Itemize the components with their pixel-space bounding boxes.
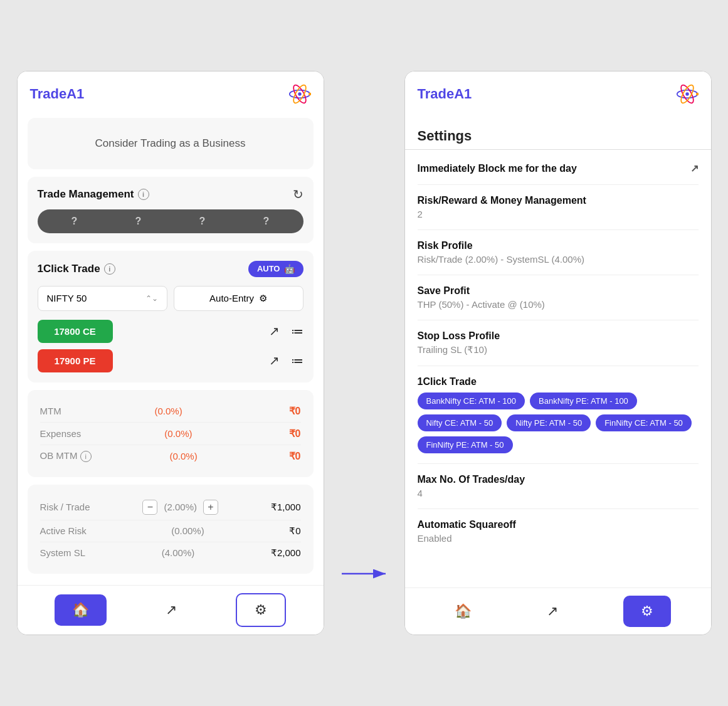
settings-item-7[interactable]: Automatic SquareoffEnabled xyxy=(418,509,699,554)
settings-item-2[interactable]: Risk ProfileRisk/Trade (2.00%) - SystemS… xyxy=(418,230,699,275)
settings-title: Settings xyxy=(405,113,711,150)
trade-management-info-icon[interactable]: i xyxy=(138,189,149,200)
settings-item-value-3: THP (50%) - Activate @ (10%) xyxy=(418,299,699,310)
settings-item-title-0: Immediately Block me for the day↗ xyxy=(418,162,699,174)
ce-button[interactable]: 17800 CE xyxy=(38,320,113,343)
mtm-row-3: OB MTM i (0.0%) ₹0 xyxy=(40,445,301,467)
risk-row-2: Active Risk (0.00%) ₹0 xyxy=(40,520,301,542)
pe-action-icons: ↗ ≔ xyxy=(269,353,303,368)
left-screen: TradeA1 Consider Trading as a Business T… xyxy=(17,71,324,635)
risk-pct-1: (2.00%) xyxy=(164,502,197,512)
mtm-label-1: MTM xyxy=(40,406,61,416)
gear-icon: ⚙ xyxy=(259,293,267,304)
trade-management-card: Trade Management i ↻ ? ? ? ? xyxy=(28,177,314,243)
badge-row-5: BankNifty CE: ATM - 100BankNifty PE: ATM… xyxy=(418,393,699,453)
badge-5-4[interactable]: FinNifty CE: ATM - 50 xyxy=(596,414,692,431)
risk-pct-2: (0.00%) xyxy=(171,525,204,536)
ob-mtm-info-icon[interactable]: i xyxy=(80,451,92,462)
oneclick-header: 1Click Trade i AUTO 🤖 xyxy=(38,261,303,277)
mtm-row-2: Expenses (0.0%) ₹0 xyxy=(40,423,301,445)
badge-5-3[interactable]: Nifty PE: ATM - 50 xyxy=(507,414,591,431)
ce-chart-icon[interactable]: ↗ xyxy=(269,324,280,339)
arrow-connector xyxy=(339,71,389,635)
tab-item-4[interactable]: ? xyxy=(263,216,270,227)
settings-item-title-3: Save Profit xyxy=(418,285,699,297)
trade-management-header: Trade Management i ↻ xyxy=(38,187,303,202)
select-row: NIFTY 50 ⌃⌄ Auto-Entry ⚙ xyxy=(38,286,303,311)
risk-val-1: ₹1,000 xyxy=(271,502,301,513)
settings-item-4[interactable]: Stop Loss ProfileTrailing SL (₹10) xyxy=(418,320,699,366)
badge-5-2[interactable]: Nifty CE: ATM - 50 xyxy=(418,414,502,431)
chevron-icon: ⌃⌄ xyxy=(145,294,158,303)
settings-item-1[interactable]: Risk/Reward & Money Management2 xyxy=(418,185,699,230)
ce-filter-icon[interactable]: ≔ xyxy=(291,324,303,339)
right-home-button[interactable]: 🏠 xyxy=(445,596,482,627)
pe-chart-icon[interactable]: ↗ xyxy=(269,353,280,368)
trade-management-title: Trade Management i xyxy=(38,188,149,201)
symbol-select[interactable]: NIFTY 50 ⌃⌄ xyxy=(38,286,167,311)
mtm-label-2: Expenses xyxy=(40,428,82,439)
mtm-pct-1: (0.0%) xyxy=(147,406,191,416)
badge-5-5[interactable]: FinNifty PE: ATM - 50 xyxy=(418,436,513,453)
right-atom-icon xyxy=(676,83,699,105)
settings-item-6[interactable]: Max No. Of Trades/day4 xyxy=(418,464,699,509)
settings-item-title-7: Automatic Squareoff xyxy=(418,519,699,530)
pe-button[interactable]: 17900 PE xyxy=(38,349,113,372)
svg-point-10 xyxy=(685,92,688,95)
settings-item-title-2: Risk Profile xyxy=(418,240,699,251)
settings-icon: ⚙ xyxy=(255,602,267,618)
trade-buttons: 17800 CE ↗ ≔ 17900 PE ↗ ≔ xyxy=(38,320,303,372)
right-header: TradeA1 xyxy=(405,71,711,113)
svg-point-4 xyxy=(308,93,310,96)
mtm-row-1: MTM (0.0%) ₹0 xyxy=(40,400,301,423)
risk-plus-btn[interactable]: + xyxy=(203,500,218,515)
ext-link-icon[interactable]: ↗ xyxy=(690,162,699,174)
quote-card: Consider Trading as a Business xyxy=(28,118,314,169)
settings-list: Immediately Block me for the day↗Risk/Re… xyxy=(405,152,711,587)
settings-item-0[interactable]: Immediately Block me for the day↗ xyxy=(418,152,699,185)
right-bottom-nav: 🏠 ↗ ⚙ xyxy=(405,587,711,635)
settings-item-value-1: 2 xyxy=(418,209,699,219)
auto-badge[interactable]: AUTO 🤖 xyxy=(248,261,303,277)
settings-item-5[interactable]: 1Click TradeBankNifty CE: ATM - 100BankN… xyxy=(418,366,699,464)
mtm-val-1: ₹0 xyxy=(276,405,301,417)
pe-filter-icon[interactable]: ≔ xyxy=(291,353,303,368)
right-settings-button[interactable]: ⚙ xyxy=(623,596,671,627)
refresh-icon[interactable]: ↻ xyxy=(293,187,303,202)
trade-management-tabs: ? ? ? ? xyxy=(38,209,303,233)
tab-item-2[interactable]: ? xyxy=(135,216,142,227)
settings-item-title-1: Risk/Reward & Money Management xyxy=(418,195,699,206)
settings-item-value-7: Enabled xyxy=(418,533,699,544)
left-home-button[interactable]: 🏠 xyxy=(55,594,107,626)
left-bottom-nav: 🏠 ↗ ⚙ xyxy=(18,585,324,635)
badge-5-1[interactable]: BankNifty PE: ATM - 100 xyxy=(530,393,637,409)
risk-val-3: ₹2,000 xyxy=(271,547,301,559)
svg-point-11 xyxy=(695,93,698,96)
auto-entry-button[interactable]: Auto-Entry ⚙ xyxy=(174,286,303,311)
risk-minus-btn[interactable]: − xyxy=(142,500,157,515)
tab-item-3[interactable]: ? xyxy=(199,216,206,227)
risk-row-1: Risk / Trade − (2.00%) + ₹1,000 xyxy=(40,495,301,520)
risk-label-2: Active Risk xyxy=(40,525,87,536)
ce-trade-row: 17800 CE ↗ ≔ xyxy=(38,320,303,343)
left-logo: TradeA1 xyxy=(30,86,85,102)
left-settings-button[interactable]: ⚙ xyxy=(236,593,286,627)
left-header: TradeA1 xyxy=(18,71,324,113)
right-logo-blue: A1 xyxy=(454,86,472,102)
risk-row-3: System SL (4.00%) ₹2,000 xyxy=(40,542,301,564)
tab-item-1[interactable]: ? xyxy=(71,216,78,227)
oneclick-info-icon[interactable]: i xyxy=(104,263,115,275)
settings-item-value-2: Risk/Trade (2.00%) - SystemSL (4.00%) xyxy=(418,254,699,265)
risk-val-2: ₹0 xyxy=(289,525,300,537)
left-chart-button[interactable]: ↗ xyxy=(156,594,187,626)
screens-container: TradeA1 Consider Trading as a Business T… xyxy=(17,71,712,635)
right-home-icon: 🏠 xyxy=(455,603,472,619)
badge-5-0[interactable]: BankNifty CE: ATM - 100 xyxy=(418,393,525,409)
right-logo: TradeA1 xyxy=(418,86,472,102)
settings-item-title-4: Stop Loss Profile xyxy=(418,330,699,342)
right-settings-icon: ⚙ xyxy=(641,603,653,619)
oneclick-trade-card: 1Click Trade i AUTO 🤖 NIFTY 50 ⌃⌄ Auto-E… xyxy=(28,251,314,382)
home-icon: 🏠 xyxy=(72,602,89,618)
settings-item-3[interactable]: Save ProfitTHP (50%) - Activate @ (10%) xyxy=(418,275,699,320)
right-chart-button[interactable]: ↗ xyxy=(537,596,568,627)
